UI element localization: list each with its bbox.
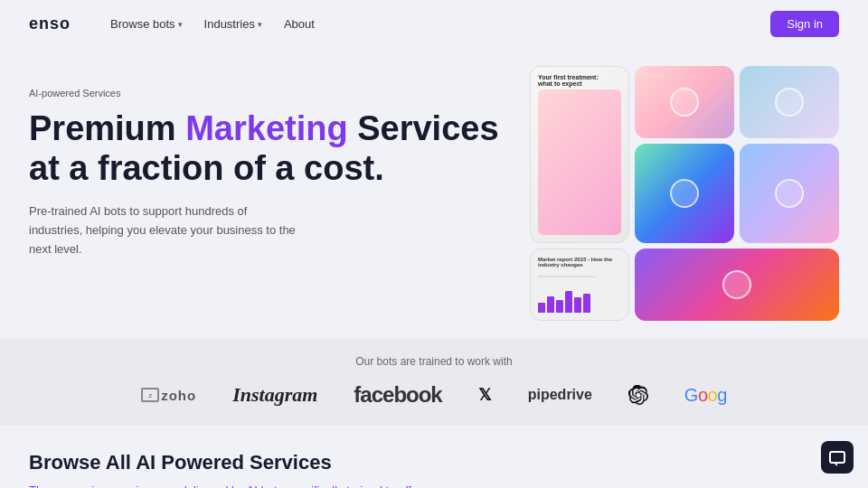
hero-image-3 <box>740 66 839 138</box>
hero-image-4 <box>635 144 734 243</box>
chat-bubble-button[interactable] <box>821 441 854 474</box>
logo-instagram: Instagram <box>232 383 317 407</box>
hero-image-2 <box>635 66 734 138</box>
hero-title: Premium Marketing Services at a fraction… <box>29 109 501 188</box>
hero-badge: AI-powered Services <box>29 88 501 99</box>
hero-description: Pre-trained AI bots to support hundreds … <box>29 202 300 258</box>
logo-x: 𝕏 <box>478 385 492 405</box>
chevron-down-icon: ▾ <box>258 20 262 29</box>
hero-image-5 <box>740 144 839 243</box>
hero-section: AI-powered Services Premium Marketing Se… <box>0 48 868 339</box>
logo-facebook: facebook <box>354 382 441 408</box>
navbar: enso Browse bots ▾ Industries ▾ About Si… <box>0 0 868 48</box>
nav-industries[interactable]: Industries ▾ <box>197 14 269 34</box>
logo-pipedrive: pipedrive <box>528 387 592 403</box>
chat-icon <box>829 451 845 464</box>
chevron-down-icon: ▾ <box>178 20 183 29</box>
logos-row: z zoho Instagram facebook 𝕏 pipedrive <box>29 382 839 408</box>
signin-button[interactable]: Sign in <box>770 11 839 37</box>
trained-label: Our bots are trained to work with <box>29 355 839 368</box>
hero-images: Your first treatment:what to expect Mark… <box>530 66 839 321</box>
hero-text: AI-powered Services Premium Marketing Se… <box>29 73 501 259</box>
nav-about[interactable]: About <box>277 14 322 34</box>
hero-image-7 <box>635 249 839 321</box>
hero-image-1: Your first treatment:what to expect <box>530 66 629 243</box>
hero-image-6: Market report 2023 - How the industry ch… <box>530 249 629 321</box>
logo: enso <box>29 14 71 33</box>
nav-browse-bots[interactable]: Browse bots ▾ <box>103 14 190 34</box>
nav-links: Browse bots ▾ Industries ▾ About <box>103 14 749 34</box>
browse-description: These premium services are delivered by … <box>29 482 481 488</box>
logo-openai <box>628 385 648 405</box>
logo-google: Goog <box>684 385 727 406</box>
logo-zoho: z zoho <box>141 388 196 403</box>
browse-title: Browse All AI Powered Services <box>29 451 839 474</box>
trained-section: Our bots are trained to work with z zoho… <box>0 339 868 426</box>
browse-section: Browse All AI Powered Services These pre… <box>0 426 868 488</box>
